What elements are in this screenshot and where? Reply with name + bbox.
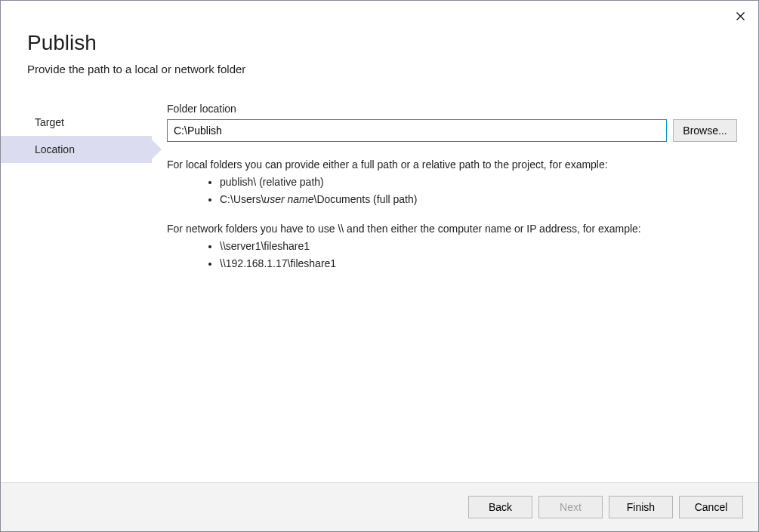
dialog-subtitle: Provide the path to a local or network f… [27, 63, 732, 75]
help-local-example: C:\Users\user name\Documents (full path) [220, 192, 737, 208]
help-local-example: publish\ (relative path) [220, 174, 737, 190]
sidebar-item-target[interactable]: Target [1, 109, 152, 136]
dialog-header: Publish Provide the path to a local or n… [1, 1, 758, 89]
help-local-list: publish\ (relative path) C:\Users\user n… [167, 174, 737, 208]
folder-location-label: Folder location [167, 103, 737, 115]
help-network-intro: For network folders you have to use \\ a… [167, 221, 737, 237]
sidebar-item-label: Target [35, 116, 64, 128]
close-icon[interactable] [731, 7, 749, 25]
wizard-sidebar: Target Location [1, 103, 152, 482]
main-panel: Folder location Browse... For local fold… [152, 103, 758, 482]
dialog-footer: Back Next Finish Cancel [1, 482, 758, 531]
help-text: For local folders you can provide either… [167, 157, 737, 272]
content-area: Target Location Folder location Browse..… [1, 89, 758, 482]
help-network-example: \\server1\fileshare1 [220, 238, 737, 254]
folder-input-row: Browse... [167, 119, 737, 142]
help-network-example: \\192.168.1.17\fileshare1 [220, 256, 737, 272]
sidebar-item-label: Location [35, 143, 75, 155]
back-button[interactable]: Back [468, 496, 532, 518]
folder-location-input[interactable] [167, 119, 667, 142]
browse-button[interactable]: Browse... [673, 119, 737, 142]
help-network-list: \\server1\fileshare1 \\192.168.1.17\file… [167, 238, 737, 272]
finish-button[interactable]: Finish [609, 496, 673, 518]
sidebar-item-location[interactable]: Location [1, 136, 152, 163]
cancel-button[interactable]: Cancel [679, 496, 743, 518]
help-local-intro: For local folders you can provide either… [167, 157, 737, 173]
dialog-title: Publish [27, 31, 732, 55]
next-button: Next [538, 496, 603, 518]
